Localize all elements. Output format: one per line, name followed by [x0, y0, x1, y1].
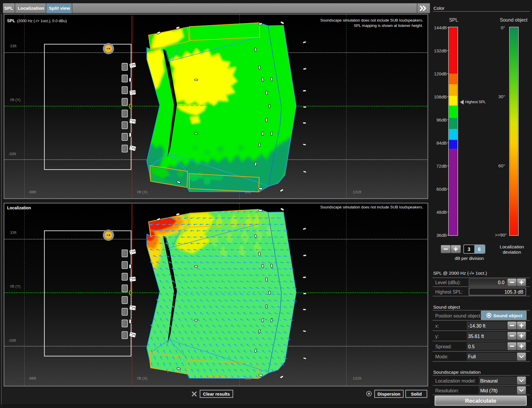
svg-text:48dB: 48dB: [436, 210, 447, 215]
svg-text:35.61 ft: 35.61 ft: [468, 334, 484, 339]
svg-text:Localization: Localization: [500, 244, 524, 249]
svg-text:0ft (X): 0ft (X): [137, 376, 147, 381]
svg-text:Binaural: Binaural: [480, 378, 498, 383]
svg-text:Soundscape simulation: Soundscape simulation: [433, 370, 481, 375]
svg-text:dB per division: dB per division: [455, 256, 484, 261]
svg-text:Recalculate: Recalculate: [465, 398, 496, 404]
svg-text:Solid: Solid: [411, 391, 422, 396]
svg-text:Sound object: Sound object: [493, 313, 522, 318]
svg-text:Dispersion: Dispersion: [378, 391, 401, 396]
svg-text:Localization model:: Localization model:: [435, 378, 476, 383]
svg-text:33ft: 33ft: [10, 230, 17, 235]
svg-text:0°: 0°: [501, 25, 505, 30]
svg-text:Color: Color: [433, 6, 444, 11]
svg-text:Clear results: Clear results: [203, 391, 230, 396]
svg-text:131ft: 131ft: [353, 376, 361, 381]
svg-text:(2000 Hz (-/+ 1oct.), 0.0 dBu): (2000 Hz (-/+ 1oct.), 0.0 dBu): [17, 19, 67, 23]
svg-text:Soundscape simulation does not: Soundscape simulation does not include S…: [320, 205, 423, 209]
svg-text:Mode:: Mode:: [435, 354, 448, 359]
svg-text:x:: x:: [435, 323, 439, 328]
svg-text:>=90°: >=90°: [495, 232, 507, 237]
svg-text:Localization: Localization: [18, 6, 44, 11]
svg-text:84dB: 84dB: [436, 140, 447, 145]
svg-text:Full: Full: [468, 354, 476, 359]
svg-text:72dB: 72dB: [436, 163, 447, 169]
svg-text:Sound object: Sound object: [500, 17, 528, 22]
svg-text:3: 3: [468, 247, 470, 252]
svg-text:SPL: SPL: [449, 17, 458, 22]
svg-text:Position sound object: Position sound object: [435, 313, 481, 318]
svg-text:0ft (Y): 0ft (Y): [10, 98, 20, 102]
svg-text:Highest SPL:: Highest SPL:: [435, 289, 463, 294]
svg-text:0ft (X): 0ft (X): [137, 190, 147, 194]
svg-text:108dB: 108dB: [434, 94, 447, 99]
svg-text:6: 6: [478, 247, 481, 252]
svg-text:0.5: 0.5: [468, 344, 475, 349]
svg-text:66ft: 66ft: [245, 190, 251, 194]
svg-text:30°: 30°: [498, 94, 505, 99]
svg-text:Highest SPL: Highest SPL: [465, 100, 486, 104]
svg-text:36dB: 36dB: [436, 233, 447, 238]
svg-text:deviation: deviation: [503, 250, 521, 255]
svg-text:-66ft: -66ft: [28, 190, 36, 194]
svg-text:y:: y:: [435, 334, 439, 339]
svg-text:SPL @ 2000 Hz (-/+ 1oct.): SPL @ 2000 Hz (-/+ 1oct.): [433, 271, 487, 276]
svg-text:-33ft: -33ft: [8, 152, 16, 156]
svg-text:132dB: 132dB: [434, 48, 447, 53]
svg-text:SPL mapping is shown at listen: SPL mapping is shown at listener height.: [354, 23, 423, 28]
svg-text:-33ft: -33ft: [8, 338, 16, 343]
svg-text:60dB: 60dB: [436, 187, 447, 192]
svg-text:144dB: 144dB: [434, 25, 447, 30]
svg-text:Resolution:: Resolution:: [435, 388, 459, 393]
svg-text:96dB: 96dB: [436, 117, 447, 122]
svg-text:Split view: Split view: [49, 6, 70, 11]
svg-text:Spread:: Spread:: [435, 344, 452, 349]
svg-text:105.3 dB: 105.3 dB: [504, 289, 523, 294]
svg-text:SPL: SPL: [4, 6, 13, 11]
svg-text:0.0: 0.0: [498, 280, 504, 285]
svg-text:120dB: 120dB: [434, 71, 447, 76]
svg-text:Localization: Localization: [7, 205, 31, 210]
svg-text:-14.30 ft: -14.30 ft: [468, 323, 486, 328]
svg-text:60°: 60°: [498, 163, 505, 168]
svg-text:Level (dBu):: Level (dBu):: [435, 280, 461, 285]
svg-text:-66ft: -66ft: [28, 376, 36, 381]
svg-text:33ft: 33ft: [10, 44, 17, 48]
svg-text:0ft (Y): 0ft (Y): [10, 284, 20, 289]
svg-text:Soundscape simulation does not: Soundscape simulation does not include S…: [320, 18, 423, 22]
svg-text:Sound object: Sound object: [433, 305, 460, 310]
svg-text:Mid (7ft): Mid (7ft): [480, 388, 498, 393]
svg-text:131ft: 131ft: [353, 190, 361, 194]
svg-text:SPL: SPL: [7, 18, 15, 23]
